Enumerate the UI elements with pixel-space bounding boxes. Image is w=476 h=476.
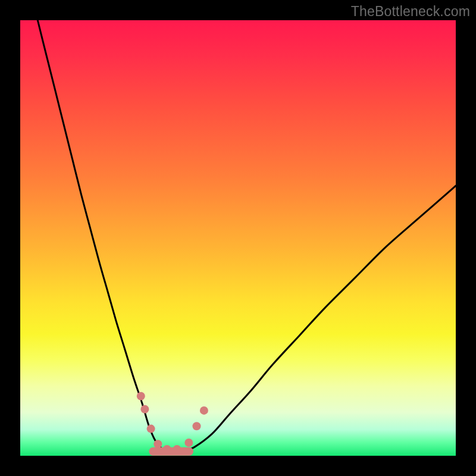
marker-dot xyxy=(154,440,162,448)
watermark-text: TheBottleneck.com xyxy=(351,4,470,20)
chart-frame: TheBottleneck.com xyxy=(0,0,476,476)
marker-dot xyxy=(193,422,201,430)
marker-dot xyxy=(184,439,193,447)
plot-area xyxy=(20,20,456,456)
marker-dot xyxy=(140,405,149,414)
marker-dot xyxy=(137,392,145,400)
marker-dot xyxy=(200,406,208,415)
marker-dot xyxy=(147,425,155,433)
bottleneck-curve xyxy=(37,20,456,454)
curve-layer xyxy=(20,20,456,456)
